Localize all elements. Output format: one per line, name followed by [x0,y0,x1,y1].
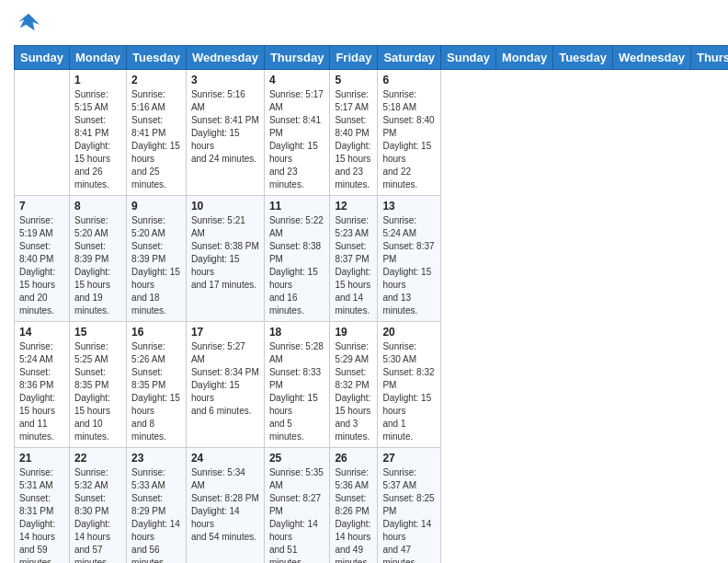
calendar-cell: 9Sunrise: 5:20 AM Sunset: 8:39 PM Daylig… [127,196,187,322]
cell-text: Sunrise: 5:36 AM Sunset: 8:26 PM Dayligh… [335,466,372,563]
day-number: 1 [74,74,121,86]
header-day-sunday: Sunday [15,46,70,70]
cell-text: Sunrise: 5:31 AM Sunset: 8:31 PM Dayligh… [19,466,64,563]
day-number: 11 [269,200,325,213]
calendar-cell: 5Sunrise: 5:17 AM Sunset: 8:40 PM Daylig… [330,70,378,196]
calendar-cell: 21Sunrise: 5:31 AM Sunset: 8:31 PM Dayli… [15,448,70,564]
cell-text: Sunrise: 5:16 AM Sunset: 8:41 PM Dayligh… [191,88,259,166]
calendar-cell: 19Sunrise: 5:29 AM Sunset: 8:32 PM Dayli… [330,322,378,448]
day-number: 5 [335,74,372,86]
calendar-cell: 25Sunrise: 5:35 AM Sunset: 8:27 PM Dayli… [264,448,330,564]
calendar-week-2: 7Sunrise: 5:19 AM Sunset: 8:40 PM Daylig… [15,196,729,322]
calendar-cell: 4Sunrise: 5:17 AM Sunset: 8:41 PM Daylig… [264,70,330,196]
calendar-cell [15,70,70,196]
cell-text: Sunrise: 5:19 AM Sunset: 8:40 PM Dayligh… [19,214,64,317]
header-day-saturday: Saturday [378,46,441,70]
calendar-cell: 10Sunrise: 5:21 AM Sunset: 8:38 PM Dayli… [186,196,264,322]
day-number: 8 [74,200,121,213]
day-number: 7 [19,200,64,213]
calendar-cell: 27Sunrise: 5:37 AM Sunset: 8:25 PM Dayli… [378,448,441,564]
calendar-cell: 20Sunrise: 5:30 AM Sunset: 8:32 PM Dayli… [378,322,441,448]
cell-text: Sunrise: 5:28 AM Sunset: 8:33 PM Dayligh… [269,340,325,443]
calendar-cell: 7Sunrise: 5:19 AM Sunset: 8:40 PM Daylig… [15,196,70,322]
day-number: 15 [74,326,121,339]
header-day-friday: Friday [330,46,378,70]
day-number: 13 [382,200,436,213]
cell-text: Sunrise: 5:32 AM Sunset: 8:30 PM Dayligh… [74,466,121,563]
day-number: 17 [191,326,259,339]
calendar-cell: 1Sunrise: 5:15 AM Sunset: 8:41 PM Daylig… [69,70,126,196]
day-number: 25 [269,452,325,465]
cell-text: Sunrise: 5:37 AM Sunset: 8:25 PM Dayligh… [382,466,436,563]
cell-text: Sunrise: 5:23 AM Sunset: 8:37 PM Dayligh… [335,214,372,317]
cell-text: Sunrise: 5:21 AM Sunset: 8:38 PM Dayligh… [191,214,259,292]
calendar-cell: 24Sunrise: 5:34 AM Sunset: 8:28 PM Dayli… [186,448,264,564]
logo [14,9,41,40]
day-number: 23 [131,452,181,465]
day-number: 21 [19,452,64,465]
day-number: 10 [191,200,259,213]
day-number: 18 [269,326,325,339]
cell-text: Sunrise: 5:29 AM Sunset: 8:32 PM Dayligh… [335,340,372,443]
day-number: 9 [131,200,181,213]
header-sunday: Sunday [441,46,496,70]
header-day-monday: Monday [69,46,126,70]
calendar-header-row: SundayMondayTuesdayWednesdayThursdayFrid… [15,46,729,70]
day-number: 14 [19,326,64,339]
header-day-thursday: Thursday [264,46,330,70]
page-container: SundayMondayTuesdayWednesdayThursdayFrid… [0,0,728,563]
calendar-cell: 12Sunrise: 5:23 AM Sunset: 8:37 PM Dayli… [330,196,378,322]
cell-text: Sunrise: 5:16 AM Sunset: 8:41 PM Dayligh… [131,88,181,191]
cell-text: Sunrise: 5:17 AM Sunset: 8:40 PM Dayligh… [335,88,372,191]
calendar-table: SundayMondayTuesdayWednesdayThursdayFrid… [14,45,728,563]
cell-text: Sunrise: 5:15 AM Sunset: 8:41 PM Dayligh… [74,88,121,191]
calendar-cell: 16Sunrise: 5:26 AM Sunset: 8:35 PM Dayli… [127,322,187,448]
day-number: 22 [74,452,121,465]
day-number: 24 [191,452,259,465]
calendar-cell: 23Sunrise: 5:33 AM Sunset: 8:29 PM Dayli… [127,448,187,564]
calendar-week-3: 14Sunrise: 5:24 AM Sunset: 8:36 PM Dayli… [15,322,729,448]
cell-text: Sunrise: 5:33 AM Sunset: 8:29 PM Dayligh… [131,466,181,563]
cell-text: Sunrise: 5:24 AM Sunset: 8:36 PM Dayligh… [19,340,64,443]
header-monday: Monday [496,46,553,70]
calendar-week-1: 1Sunrise: 5:15 AM Sunset: 8:41 PM Daylig… [15,70,729,196]
day-number: 12 [335,200,372,213]
cell-text: Sunrise: 5:26 AM Sunset: 8:35 PM Dayligh… [131,340,181,443]
svg-marker-0 [18,14,40,31]
day-number: 26 [335,452,372,465]
calendar-cell: 6Sunrise: 5:18 AM Sunset: 8:40 PM Daylig… [378,70,441,196]
cell-text: Sunrise: 5:18 AM Sunset: 8:40 PM Dayligh… [382,88,436,191]
calendar-cell: 26Sunrise: 5:36 AM Sunset: 8:26 PM Dayli… [330,448,378,564]
logo-text [14,9,41,40]
cell-text: Sunrise: 5:20 AM Sunset: 8:39 PM Dayligh… [131,214,181,317]
cell-text: Sunrise: 5:22 AM Sunset: 8:38 PM Dayligh… [269,214,325,317]
cell-text: Sunrise: 5:27 AM Sunset: 8:34 PM Dayligh… [191,340,259,418]
calendar-cell: 17Sunrise: 5:27 AM Sunset: 8:34 PM Dayli… [186,322,264,448]
day-number: 27 [382,452,436,465]
logo-bird-icon [16,9,41,35]
calendar-cell: 8Sunrise: 5:20 AM Sunset: 8:39 PM Daylig… [69,196,126,322]
cell-text: Sunrise: 5:30 AM Sunset: 8:32 PM Dayligh… [382,340,436,443]
cell-text: Sunrise: 5:34 AM Sunset: 8:28 PM Dayligh… [191,466,259,544]
day-number: 6 [382,74,436,86]
header [14,9,714,40]
header-wednesday: Wednesday [612,46,690,70]
day-number: 4 [269,74,325,86]
calendar-week-4: 21Sunrise: 5:31 AM Sunset: 8:31 PM Dayli… [15,448,729,564]
calendar-cell: 22Sunrise: 5:32 AM Sunset: 8:30 PM Dayli… [69,448,126,564]
calendar-cell: 13Sunrise: 5:24 AM Sunset: 8:37 PM Dayli… [378,196,441,322]
day-number: 16 [131,326,181,339]
header-tuesday: Tuesday [553,46,613,70]
cell-text: Sunrise: 5:25 AM Sunset: 8:35 PM Dayligh… [74,340,121,443]
calendar-cell: 18Sunrise: 5:28 AM Sunset: 8:33 PM Dayli… [264,322,330,448]
cell-text: Sunrise: 5:20 AM Sunset: 8:39 PM Dayligh… [74,214,121,317]
header-day-tuesday: Tuesday [127,46,187,70]
calendar-cell: 11Sunrise: 5:22 AM Sunset: 8:38 PM Dayli… [264,196,330,322]
calendar-cell: 2Sunrise: 5:16 AM Sunset: 8:41 PM Daylig… [127,70,187,196]
calendar-cell: 15Sunrise: 5:25 AM Sunset: 8:35 PM Dayli… [69,322,126,448]
cell-text: Sunrise: 5:35 AM Sunset: 8:27 PM Dayligh… [269,466,325,563]
day-number: 19 [335,326,372,339]
cell-text: Sunrise: 5:24 AM Sunset: 8:37 PM Dayligh… [382,214,436,317]
cell-text: Sunrise: 5:17 AM Sunset: 8:41 PM Dayligh… [269,88,325,191]
day-number: 2 [131,74,181,86]
